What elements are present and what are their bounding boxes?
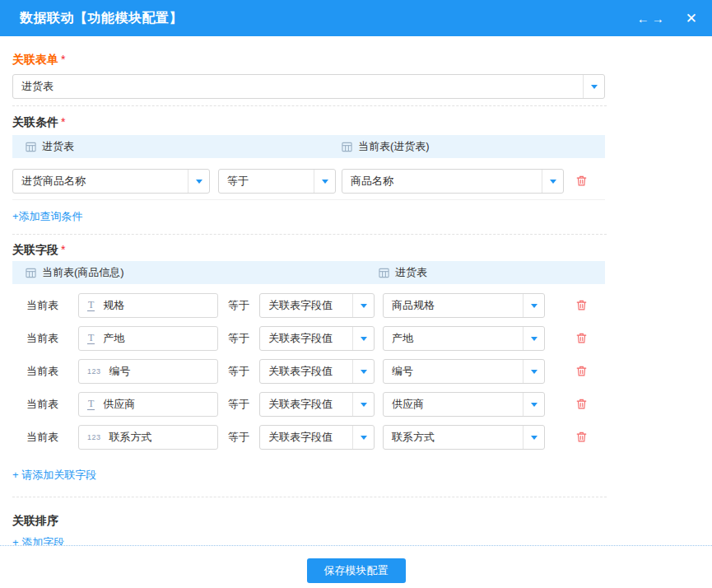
field-name: 供应商 bbox=[103, 397, 135, 412]
current-table-label: 当前表 bbox=[26, 388, 58, 421]
column-title: 当前表(商品信息) bbox=[42, 265, 124, 280]
caret-shape bbox=[531, 337, 537, 341]
chevron-down-icon[interactable] bbox=[352, 426, 374, 449]
condition-operator-select[interactable]: 等于 bbox=[218, 169, 336, 194]
save-button[interactable]: 保存模块配置 bbox=[307, 558, 406, 583]
target-field-text: 商品规格 bbox=[384, 298, 523, 313]
chevron-down-icon[interactable] bbox=[523, 327, 544, 350]
chevron-down-icon[interactable] bbox=[523, 426, 544, 449]
target-field-select[interactable]: 联系方式 bbox=[383, 425, 545, 450]
label-text: 关联排序 bbox=[12, 514, 58, 527]
target-field-select[interactable]: 编号 bbox=[383, 359, 545, 384]
form-select-value: 进货表 bbox=[13, 79, 583, 94]
chevron-down-icon[interactable] bbox=[352, 327, 374, 350]
required-asterisk: * bbox=[61, 243, 65, 256]
caret-shape bbox=[361, 370, 367, 374]
add-sort-field-link[interactable]: + 添加字段 bbox=[12, 536, 64, 545]
chevron-down-icon[interactable] bbox=[314, 170, 335, 193]
label-text: 关联条件 bbox=[12, 115, 58, 128]
section-divider bbox=[12, 497, 607, 497]
value-type-select[interactable]: 关联表字段值 bbox=[259, 359, 375, 384]
target-field-select[interactable]: 供应商 bbox=[383, 392, 545, 417]
data-linkage-dialog: 数据联动【功能模块配置】 ← → ✕ 关联表单* 进货表 关联条件* 进货表 当… bbox=[0, 0, 712, 588]
value-type-select[interactable]: 关联表字段值 bbox=[259, 392, 375, 417]
chevron-down-icon[interactable] bbox=[352, 294, 374, 317]
dialog-header: 数据联动【功能模块配置】 ← → ✕ bbox=[0, 0, 712, 36]
chevron-down-icon[interactable] bbox=[583, 75, 604, 98]
number-type-icon: 123 bbox=[87, 368, 101, 376]
field-selector[interactable]: T 产地 bbox=[78, 326, 218, 351]
trash-icon bbox=[575, 431, 588, 443]
text-type-icon: T bbox=[87, 300, 95, 311]
table-grid-icon bbox=[342, 142, 352, 152]
label-text: 关联字段 bbox=[12, 243, 58, 256]
condition-field-text: 进货商品名称 bbox=[13, 174, 188, 189]
value-type-text: 关联表字段值 bbox=[260, 397, 352, 412]
caret-shape bbox=[196, 180, 202, 184]
chevron-down-icon[interactable] bbox=[523, 393, 544, 416]
field-selector[interactable]: 123 联系方式 bbox=[78, 425, 218, 450]
target-field-text: 供应商 bbox=[384, 397, 523, 412]
form-select[interactable]: 进货表 bbox=[12, 74, 605, 99]
required-asterisk: * bbox=[61, 53, 65, 66]
caret-shape bbox=[361, 337, 367, 341]
value-type-text: 关联表字段值 bbox=[260, 331, 352, 346]
chevron-down-icon[interactable] bbox=[352, 393, 374, 416]
caret-shape bbox=[531, 304, 537, 308]
chevron-down-icon[interactable] bbox=[542, 170, 563, 193]
field-mapping-row: 当前表 123 编号 等于 关联表字段值 编号 bbox=[12, 355, 605, 388]
field-mapping-row: 当前表 T 规格 等于 关联表字段值 商品规格 bbox=[12, 289, 605, 322]
condition-operator-text: 等于 bbox=[219, 174, 314, 189]
target-field-select[interactable]: 商品规格 bbox=[383, 293, 545, 318]
delete-row-button[interactable] bbox=[575, 299, 588, 311]
value-type-select[interactable]: 关联表字段值 bbox=[259, 326, 375, 351]
add-field-mapping-link[interactable]: + 请添加关联字段 bbox=[12, 469, 96, 482]
value-type-text: 关联表字段值 bbox=[260, 430, 352, 445]
field-selector[interactable]: T 规格 bbox=[78, 293, 218, 318]
column-title: 进货表 bbox=[42, 139, 74, 154]
caret-shape bbox=[361, 403, 367, 407]
operator-label: 等于 bbox=[228, 289, 249, 322]
fields-left-column: 当前表(商品信息) bbox=[26, 261, 124, 284]
field-name: 联系方式 bbox=[109, 430, 152, 445]
target-field-text: 联系方式 bbox=[384, 430, 523, 445]
chevron-down-icon[interactable] bbox=[188, 170, 209, 193]
chevron-down-icon[interactable] bbox=[523, 360, 544, 383]
text-type-icon: T bbox=[87, 333, 95, 344]
delete-row-button[interactable] bbox=[575, 398, 588, 410]
delete-row-button[interactable] bbox=[575, 332, 588, 344]
trash-icon bbox=[575, 299, 588, 311]
field-selector[interactable]: 123 编号 bbox=[78, 359, 218, 384]
forward-arrow-icon[interactable]: → bbox=[652, 12, 664, 25]
chevron-down-icon[interactable] bbox=[352, 360, 374, 383]
current-table-label: 当前表 bbox=[26, 289, 58, 322]
target-field-select[interactable]: 产地 bbox=[383, 326, 545, 351]
target-field-text: 产地 bbox=[384, 331, 523, 346]
condition-target-select[interactable]: 商品名称 bbox=[342, 169, 564, 194]
text-type-icon: T bbox=[87, 399, 95, 410]
caret-shape bbox=[361, 304, 367, 308]
field-mapping-row: 当前表 123 联系方式 等于 关联表字段值 联系方式 bbox=[12, 421, 605, 454]
field-selector[interactable]: T 供应商 bbox=[78, 392, 218, 417]
trash-icon bbox=[575, 332, 588, 344]
delete-row-button[interactable] bbox=[575, 175, 588, 187]
delete-row-button[interactable] bbox=[575, 365, 588, 377]
delete-row-button[interactable] bbox=[575, 431, 588, 443]
field-mapping-row: 当前表 T 产地 等于 关联表字段值 产地 bbox=[12, 322, 605, 355]
section-divider bbox=[12, 105, 607, 106]
value-type-select[interactable]: 关联表字段值 bbox=[259, 293, 375, 318]
field-mapping-row: 当前表 T 供应商 等于 关联表字段值 供应商 bbox=[12, 388, 605, 421]
back-arrow-icon[interactable]: ← bbox=[637, 12, 649, 25]
chevron-down-icon[interactable] bbox=[523, 294, 544, 317]
condition-field-select[interactable]: 进货商品名称 bbox=[12, 169, 210, 194]
table-grid-icon bbox=[26, 268, 36, 278]
caret-shape bbox=[322, 180, 328, 184]
operator-label: 等于 bbox=[228, 355, 249, 388]
add-condition-link[interactable]: +添加查询条件 bbox=[12, 210, 83, 223]
field-name: 产地 bbox=[103, 331, 124, 346]
condition-left-column: 进货表 bbox=[26, 135, 74, 158]
field-name: 规格 bbox=[103, 298, 124, 313]
close-icon[interactable]: ✕ bbox=[686, 12, 697, 26]
caret-shape bbox=[531, 436, 537, 440]
value-type-select[interactable]: 关联表字段值 bbox=[259, 425, 375, 450]
